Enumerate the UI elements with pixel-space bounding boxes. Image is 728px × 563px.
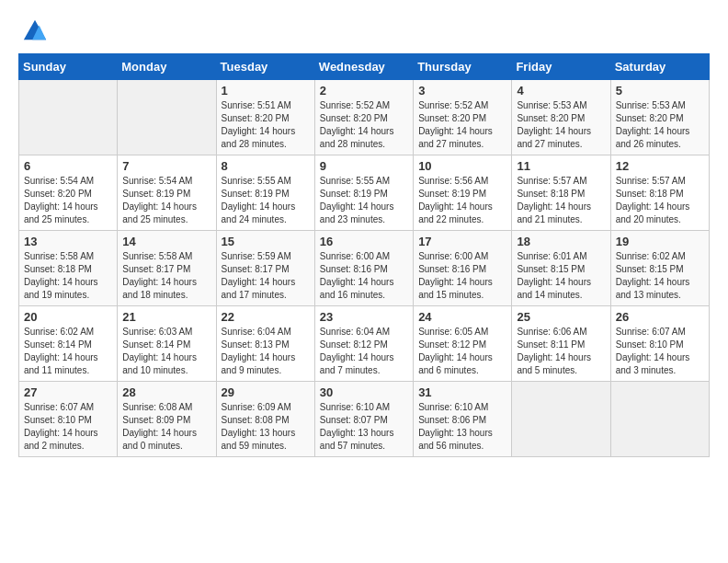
calendar-cell: 12Sunrise: 5:57 AM Sunset: 8:18 PM Dayli… xyxy=(610,155,709,231)
day-number: 22 xyxy=(222,310,310,324)
weekday-header: Sunday xyxy=(19,54,118,80)
calendar-cell: 14Sunrise: 5:58 AM Sunset: 8:17 PM Dayli… xyxy=(118,231,216,306)
day-number: 20 xyxy=(24,310,112,324)
day-number: 31 xyxy=(418,385,506,399)
day-info: Sunrise: 6:02 AM Sunset: 8:15 PM Dayligh… xyxy=(616,250,704,302)
calendar-week-row: 20Sunrise: 6:02 AM Sunset: 8:14 PM Dayli… xyxy=(19,306,710,382)
day-info: Sunrise: 6:10 AM Sunset: 8:06 PM Dayligh… xyxy=(418,401,506,453)
day-info: Sunrise: 6:03 AM Sunset: 8:14 PM Dayligh… xyxy=(122,326,210,377)
calendar-cell: 1Sunrise: 5:51 AM Sunset: 8:20 PM Daylig… xyxy=(216,80,314,155)
calendar-cell: 3Sunrise: 5:52 AM Sunset: 8:20 PM Daylig… xyxy=(414,80,512,155)
calendar-cell: 22Sunrise: 6:04 AM Sunset: 8:13 PM Dayli… xyxy=(216,306,314,382)
calendar-header-row: SundayMondayTuesdayWednesdayThursdayFrid… xyxy=(19,54,710,80)
day-info: Sunrise: 5:59 AM Sunset: 8:17 PM Dayligh… xyxy=(222,250,310,302)
day-info: Sunrise: 6:00 AM Sunset: 8:16 PM Dayligh… xyxy=(320,250,408,302)
calendar-cell: 16Sunrise: 6:00 AM Sunset: 8:16 PM Dayli… xyxy=(314,231,413,306)
day-info: Sunrise: 6:01 AM Sunset: 8:15 PM Dayligh… xyxy=(517,250,605,302)
day-info: Sunrise: 6:10 AM Sunset: 8:07 PM Dayligh… xyxy=(320,401,408,453)
day-number: 29 xyxy=(222,385,310,399)
calendar-cell xyxy=(19,80,118,155)
day-number: 27 xyxy=(24,385,112,399)
calendar-cell: 24Sunrise: 6:05 AM Sunset: 8:12 PM Dayli… xyxy=(414,306,512,382)
day-info: Sunrise: 6:06 AM Sunset: 8:11 PM Dayligh… xyxy=(517,326,605,377)
day-number: 2 xyxy=(320,84,408,98)
calendar-cell: 11Sunrise: 5:57 AM Sunset: 8:18 PM Dayli… xyxy=(512,155,610,231)
calendar-cell: 28Sunrise: 6:08 AM Sunset: 8:09 PM Dayli… xyxy=(118,382,216,457)
day-info: Sunrise: 5:53 AM Sunset: 8:20 PM Dayligh… xyxy=(517,99,605,151)
calendar-cell: 17Sunrise: 6:00 AM Sunset: 8:16 PM Dayli… xyxy=(414,231,512,306)
day-number: 24 xyxy=(418,310,506,324)
calendar-cell: 25Sunrise: 6:06 AM Sunset: 8:11 PM Dayli… xyxy=(512,306,610,382)
day-number: 6 xyxy=(24,159,112,173)
day-info: Sunrise: 5:55 AM Sunset: 8:19 PM Dayligh… xyxy=(320,175,408,226)
calendar-cell: 23Sunrise: 6:04 AM Sunset: 8:12 PM Dayli… xyxy=(314,306,413,382)
day-info: Sunrise: 5:56 AM Sunset: 8:19 PM Dayligh… xyxy=(418,175,506,226)
day-number: 9 xyxy=(320,159,408,173)
logo xyxy=(18,18,48,44)
calendar-cell: 7Sunrise: 5:54 AM Sunset: 8:19 PM Daylig… xyxy=(118,155,216,231)
calendar-cell: 21Sunrise: 6:03 AM Sunset: 8:14 PM Dayli… xyxy=(118,306,216,382)
calendar-cell: 31Sunrise: 6:10 AM Sunset: 8:06 PM Dayli… xyxy=(414,382,512,457)
calendar-cell: 29Sunrise: 6:09 AM Sunset: 8:08 PM Dayli… xyxy=(216,382,314,457)
day-number: 21 xyxy=(122,310,210,324)
day-number: 30 xyxy=(320,385,408,399)
calendar-cell: 18Sunrise: 6:01 AM Sunset: 8:15 PM Dayli… xyxy=(512,231,610,306)
day-info: Sunrise: 5:52 AM Sunset: 8:20 PM Dayligh… xyxy=(418,99,506,151)
calendar-cell: 27Sunrise: 6:07 AM Sunset: 8:10 PM Dayli… xyxy=(19,382,118,457)
calendar-cell: 13Sunrise: 5:58 AM Sunset: 8:18 PM Dayli… xyxy=(19,231,118,306)
calendar-cell: 5Sunrise: 5:53 AM Sunset: 8:20 PM Daylig… xyxy=(610,80,709,155)
day-info: Sunrise: 5:55 AM Sunset: 8:19 PM Dayligh… xyxy=(222,175,310,226)
day-number: 4 xyxy=(517,84,605,98)
day-number: 3 xyxy=(418,84,506,98)
calendar-cell: 20Sunrise: 6:02 AM Sunset: 8:14 PM Dayli… xyxy=(19,306,118,382)
calendar-cell: 26Sunrise: 6:07 AM Sunset: 8:10 PM Dayli… xyxy=(610,306,709,382)
calendar-week-row: 13Sunrise: 5:58 AM Sunset: 8:18 PM Dayli… xyxy=(19,231,710,306)
day-number: 12 xyxy=(616,159,704,173)
weekday-header: Monday xyxy=(118,54,216,80)
day-number: 18 xyxy=(517,235,605,248)
calendar-cell: 9Sunrise: 5:55 AM Sunset: 8:19 PM Daylig… xyxy=(314,155,413,231)
day-number: 13 xyxy=(24,235,112,248)
weekday-header: Friday xyxy=(512,54,610,80)
day-number: 15 xyxy=(222,235,310,248)
day-number: 8 xyxy=(222,159,310,173)
weekday-header: Thursday xyxy=(414,54,512,80)
calendar-week-row: 27Sunrise: 6:07 AM Sunset: 8:10 PM Dayli… xyxy=(19,382,710,457)
day-info: Sunrise: 6:04 AM Sunset: 8:13 PM Dayligh… xyxy=(222,326,310,377)
day-info: Sunrise: 6:05 AM Sunset: 8:12 PM Dayligh… xyxy=(418,326,506,377)
weekday-header: Tuesday xyxy=(216,54,314,80)
day-info: Sunrise: 6:04 AM Sunset: 8:12 PM Dayligh… xyxy=(320,326,408,377)
calendar-week-row: 6Sunrise: 5:54 AM Sunset: 8:20 PM Daylig… xyxy=(19,155,710,231)
day-number: 25 xyxy=(517,310,605,324)
day-number: 28 xyxy=(122,385,210,399)
day-info: Sunrise: 5:54 AM Sunset: 8:20 PM Dayligh… xyxy=(24,175,112,226)
day-number: 23 xyxy=(320,310,408,324)
day-info: Sunrise: 5:54 AM Sunset: 8:19 PM Dayligh… xyxy=(122,175,210,226)
header xyxy=(18,18,710,44)
day-info: Sunrise: 6:09 AM Sunset: 8:08 PM Dayligh… xyxy=(222,401,310,453)
day-info: Sunrise: 6:07 AM Sunset: 8:10 PM Dayligh… xyxy=(24,401,112,453)
day-number: 10 xyxy=(418,159,506,173)
day-number: 11 xyxy=(517,159,605,173)
calendar-cell xyxy=(610,382,709,457)
calendar-cell: 4Sunrise: 5:53 AM Sunset: 8:20 PM Daylig… xyxy=(512,80,610,155)
day-info: Sunrise: 5:57 AM Sunset: 8:18 PM Dayligh… xyxy=(517,175,605,226)
day-info: Sunrise: 5:58 AM Sunset: 8:18 PM Dayligh… xyxy=(24,250,112,302)
day-info: Sunrise: 5:52 AM Sunset: 8:20 PM Dayligh… xyxy=(320,99,408,151)
calendar-cell: 15Sunrise: 5:59 AM Sunset: 8:17 PM Dayli… xyxy=(216,231,314,306)
calendar-cell: 30Sunrise: 6:10 AM Sunset: 8:07 PM Dayli… xyxy=(314,382,413,457)
day-number: 5 xyxy=(616,84,704,98)
day-info: Sunrise: 6:02 AM Sunset: 8:14 PM Dayligh… xyxy=(24,326,112,377)
weekday-header: Wednesday xyxy=(314,54,413,80)
weekday-header: Saturday xyxy=(610,54,709,80)
day-number: 19 xyxy=(616,235,704,248)
day-number: 7 xyxy=(122,159,210,173)
day-info: Sunrise: 5:58 AM Sunset: 8:17 PM Dayligh… xyxy=(122,250,210,302)
day-info: Sunrise: 6:08 AM Sunset: 8:09 PM Dayligh… xyxy=(122,401,210,453)
day-info: Sunrise: 6:07 AM Sunset: 8:10 PM Dayligh… xyxy=(616,326,704,377)
calendar-week-row: 1Sunrise: 5:51 AM Sunset: 8:20 PM Daylig… xyxy=(19,80,710,155)
day-info: Sunrise: 5:57 AM Sunset: 8:18 PM Dayligh… xyxy=(616,175,704,226)
day-info: Sunrise: 5:53 AM Sunset: 8:20 PM Dayligh… xyxy=(616,99,704,151)
day-number: 26 xyxy=(616,310,704,324)
day-info: Sunrise: 5:51 AM Sunset: 8:20 PM Dayligh… xyxy=(222,99,310,151)
